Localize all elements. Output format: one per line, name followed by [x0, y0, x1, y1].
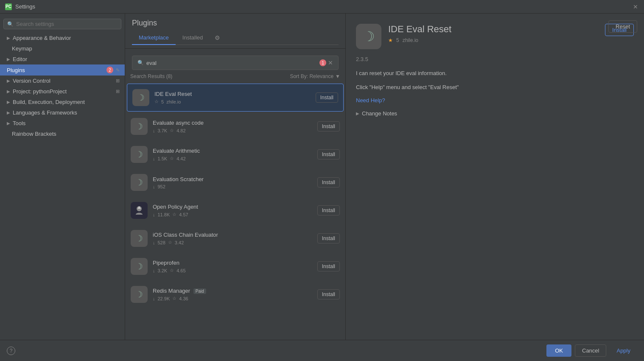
plugin-info: Evaluation Scratcher ↓ 952: [153, 176, 317, 189]
star-icon: ☆: [154, 99, 159, 104]
plugin-icon: ☽: [131, 258, 148, 275]
plugin-info: Open Policy Agent ↓ 11.8K ☆ 4.57: [153, 204, 317, 217]
sidebar-item-label: Keymap: [12, 45, 32, 52]
plugins-tabs: Marketplace Installed ⚙: [132, 31, 339, 45]
install-button-pipeprofen[interactable]: Install: [317, 261, 340, 271]
plugin-item-pipeprofen[interactable]: ☽ Pipeprofen ↓ 3.2K ☆ 4.65 Install: [125, 252, 345, 280]
plugin-item-evaluate-arithmetic[interactable]: ☽ Evaluate Arithmetic ↓ 1.5K ☆ 4.42 Inst…: [125, 140, 345, 168]
apply-button[interactable]: Apply: [610, 344, 637, 357]
expand-arrow: ▶: [7, 121, 10, 126]
install-button-evaluation-scratcher[interactable]: Install: [317, 177, 340, 187]
sidebar-item-label: Tools: [13, 120, 25, 126]
plugins-badge: 2: [106, 67, 113, 73]
plugin-author: zhile.io: [166, 99, 181, 104]
plugin-icon: ☽: [131, 174, 148, 191]
plugin-icon: ☽: [132, 89, 149, 106]
sidebar-item-keymap[interactable]: Keymap: [0, 43, 125, 54]
plugin-icon: ☽: [131, 230, 148, 247]
tab-installed[interactable]: Installed: [176, 31, 210, 45]
gear-icon[interactable]: ⚙: [211, 31, 224, 45]
star-icon: ☆: [168, 240, 172, 245]
close-button[interactable]: ✕: [632, 3, 639, 10]
sidebar-item-rainbow-brackets[interactable]: Rainbow Brackets: [0, 129, 125, 139]
plugin-icon: ☽: [131, 286, 148, 303]
download-icon: ↓: [153, 184, 155, 189]
search-clear-button[interactable]: ✕: [328, 59, 333, 66]
search-badge: 1: [319, 59, 326, 66]
plugin-stars: 5: [161, 99, 164, 104]
sidebar-item-languages[interactable]: ▶ Languages & Frameworks: [0, 107, 125, 118]
plugin-rating: 4.36: [179, 296, 188, 301]
plugin-item-redis-manager[interactable]: ☽ Redis Manager Paid ↓ 22.9K ☆ 4.36: [125, 280, 345, 308]
sidebar-item-appearance[interactable]: ▶ Appearance & Behavior: [0, 33, 125, 43]
plugin-name: Evaluation Scratcher: [153, 176, 317, 182]
plugin-meta: ↓ 3.7K ☆ 4.82: [153, 128, 317, 133]
install-button-evaluate-arithmetic[interactable]: Install: [317, 149, 340, 160]
detail-stars: 5: [396, 37, 399, 43]
detail-version: 2.3.5: [356, 56, 634, 62]
chevron-right-icon: ▶: [356, 111, 359, 116]
expand-arrow: ▶: [7, 78, 10, 83]
detail-header: ☽ IDE Eval Reset ★ 5 zhile.io: [356, 24, 605, 49]
detail-meta: ★ 5 zhile.io: [388, 37, 605, 43]
plugin-item-open-policy-agent[interactable]: Open Policy Agent ↓ 11.8K ☆ 4.57 Install: [125, 196, 345, 224]
plugin-item-ios-class-chain[interactable]: ☽ iOS Class Chain Evaluator ↓ 528 ☆ 3.42…: [125, 224, 345, 252]
plugins-search-bar[interactable]: 🔍 1 ✕: [132, 56, 339, 70]
download-icon: ↓: [153, 268, 155, 273]
search-results-header: Search Results (8) Sort By: Relevance ▼: [125, 70, 345, 83]
cancel-button[interactable]: Cancel: [575, 344, 606, 357]
plugin-item-evaluate-async[interactable]: ☽ Evaluate async code ↓ 3.7K ☆ 4.82 Inst…: [125, 112, 345, 140]
plugin-name: Pipeprofen: [153, 260, 317, 266]
plugin-item-evaluation-scratcher[interactable]: ☽ Evaluation Scratcher ↓ 952 Install: [125, 168, 345, 196]
plugin-name: iOS Class Chain Evaluator: [153, 232, 317, 238]
sidebar-item-project[interactable]: ▶ Project: pythonProject ⊞: [0, 86, 125, 97]
need-help-link[interactable]: Need Help?: [356, 97, 634, 104]
install-button-evaluate-async[interactable]: Install: [317, 121, 340, 132]
sort-by-button[interactable]: Sort By: Relevance ▼: [290, 73, 340, 79]
plugin-info: IDE Eval Reset ☆ 5 zhile.io: [154, 91, 316, 104]
plugin-rating: 4.65: [176, 268, 185, 273]
search-icon: 🔍: [137, 60, 144, 66]
plugin-icon: ☽: [131, 146, 148, 163]
sidebar-item-editor[interactable]: ▶ Editor: [0, 54, 125, 64]
search-icon: 🔍: [7, 21, 14, 27]
reset-button[interactable]: Reset: [608, 20, 637, 33]
expand-arrow: ▶: [7, 36, 10, 40]
sidebar-item-label: Build, Execution, Deployment: [13, 99, 85, 105]
plugins-search-input[interactable]: [146, 60, 318, 66]
sidebar-search-input[interactable]: [16, 21, 118, 27]
tab-marketplace[interactable]: Marketplace: [132, 31, 176, 45]
sidebar-item-version-control[interactable]: ▶ Version Control ⊞: [0, 76, 125, 86]
paid-badge: Paid: [193, 288, 206, 294]
install-button-open-policy-agent[interactable]: Install: [317, 205, 340, 215]
install-button-redis-manager[interactable]: Install: [317, 289, 340, 299]
plugin-meta: ↓ 952: [153, 184, 317, 189]
detail-title-area: IDE Eval Reset ★ 5 zhile.io: [388, 24, 605, 43]
star-icon: ☆: [170, 128, 174, 133]
plugin-meta: ↓ 11.8K ☆ 4.57: [153, 212, 317, 217]
chevron-down-icon: ▼: [335, 73, 340, 79]
sidebar-item-plugins[interactable]: Plugins 2 ✎: [0, 64, 125, 76]
plugin-name: IDE Eval Reset: [154, 91, 316, 97]
plugin-item-ide-eval-reset[interactable]: ☽ IDE Eval Reset ☆ 5 zhile.io Install: [127, 84, 344, 112]
detail-top-row: ☽ IDE Eval Reset ★ 5 zhile.io Install: [356, 24, 634, 56]
ok-button[interactable]: OK: [546, 344, 571, 357]
install-button-ios-class-chain[interactable]: Install: [317, 233, 340, 243]
plugin-downloads: 952: [158, 184, 165, 189]
help-button[interactable]: ?: [7, 347, 15, 355]
plugin-downloads: 3.2K: [158, 268, 168, 273]
plugins-title: Plugins: [132, 19, 339, 28]
plugin-downloads: 11.8K: [158, 212, 170, 217]
sidebar-item-build[interactable]: ▶ Build, Execution, Deployment: [0, 97, 125, 107]
sidebar-item-tools[interactable]: ▶ Tools: [0, 118, 125, 129]
change-notes-section[interactable]: ▶ Change Notes: [356, 110, 634, 117]
sidebar-item-label: Appearance & Behavior: [13, 35, 71, 41]
install-button-ide-eval-reset[interactable]: Install: [316, 92, 338, 103]
main-content: 🔍 ▶ Appearance & Behavior Keymap ▶ Edito…: [0, 14, 644, 340]
plugin-info: Evaluate Arithmetic ↓ 1.5K ☆ 4.42: [153, 148, 317, 161]
star-icon: ☆: [172, 212, 176, 217]
plugin-downloads: 3.7K: [158, 128, 168, 133]
sidebar-search[interactable]: 🔍: [3, 19, 121, 29]
app-icon: PC: [5, 3, 12, 10]
star-icon: ☆: [170, 268, 174, 273]
